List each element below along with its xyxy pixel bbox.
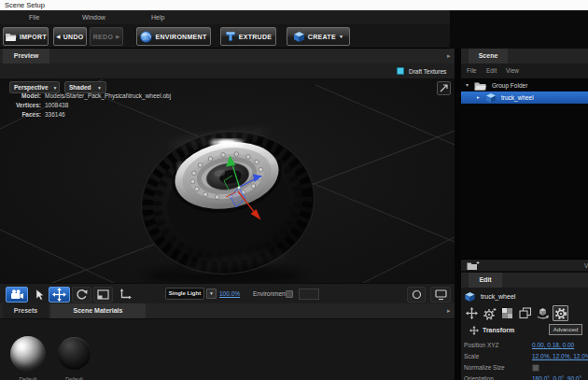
axis-tool-button[interactable] (115, 287, 134, 303)
camera-icon (10, 289, 24, 300)
lasso-view-button[interactable] (407, 287, 426, 303)
camera-mode-value: Perspective (14, 84, 49, 91)
transform-row-scale: Scale 12.0%12.0%12.0% (464, 351, 588, 361)
position-values: 0.000.180.00 (532, 340, 574, 350)
tab-preview[interactable]: Preview (3, 49, 49, 63)
orientation-x[interactable]: 180.0° (532, 375, 553, 380)
create-button[interactable]: CREATE ▼ (287, 27, 350, 46)
environment-checkbox[interactable] (286, 290, 293, 298)
move-tool-button[interactable] (49, 287, 70, 303)
tree-group-label: Group Folder (492, 79, 527, 91)
transform-header: Transform Advanced (461, 324, 588, 336)
transform-move-icon (469, 326, 479, 335)
transform-title: Transform (483, 324, 514, 336)
tab-edit[interactable]: Edit (469, 273, 502, 288)
orientation-y[interactable]: 0.0° (553, 375, 567, 380)
viewport-expand-button[interactable] (437, 81, 451, 95)
edit-physics-tool[interactable] (482, 305, 497, 321)
orientation-values: 180.0°0.0°90.0° (532, 373, 581, 380)
import-button[interactable]: IMPORT (3, 27, 49, 46)
position-x[interactable]: 0.00 (532, 342, 547, 348)
edit-materials-tool[interactable] (499, 305, 515, 321)
expand-arrow-icon (438, 82, 450, 94)
tabbar-overflow-icon[interactable]: ▸ (447, 49, 451, 63)
redo-label: REDO (93, 34, 113, 40)
material-sphere-metal[interactable] (10, 336, 46, 372)
tab-scene-materials[interactable]: Scene Materials (50, 303, 146, 318)
redo-arrow-icon: ▶ (116, 34, 119, 39)
scale-z[interactable]: 12.0% (573, 353, 588, 359)
menu-help[interactable]: Help (151, 10, 164, 24)
scene-tree: ▾ Group Folder ▸ truck_wheel (461, 78, 588, 259)
scale-x[interactable]: 12.0% (532, 353, 553, 359)
position-y[interactable]: 0.18 (547, 342, 562, 348)
tree-expand-icon[interactable]: ▾ (466, 79, 469, 91)
materials-panel: Default Default (0, 319, 455, 380)
toolbar-spacer (450, 10, 588, 49)
light-mode-caret-button[interactable]: ▼ (206, 289, 217, 299)
environment-button[interactable]: ENVIRONMENT (136, 27, 211, 46)
materials-tabbar: Presets Scene Materials ▸ (0, 303, 455, 318)
viewport-3d[interactable]: Perspective ▼ Shaded ▼ Model:Models/Star… (0, 79, 455, 283)
normalize-size-checkbox[interactable] (532, 364, 539, 372)
normalize-size-label: Normalize Size (464, 364, 505, 371)
orientation-z[interactable]: 90.0° (567, 375, 581, 380)
fullscreen-view-button[interactable] (430, 287, 451, 303)
extrude-button[interactable]: EXTRUDE (220, 27, 276, 46)
scale-y[interactable]: 12.0% (553, 353, 573, 359)
undo-button[interactable]: ◀ UNDO (53, 27, 87, 46)
tab-scene[interactable]: Scene (469, 49, 508, 63)
preview-tabbar: Preview ▸ (0, 49, 455, 63)
gear-icon (554, 307, 567, 320)
checkerboard-icon (501, 307, 513, 319)
rotate-tool-button[interactable] (72, 287, 91, 303)
edit-move-tool[interactable] (464, 305, 480, 321)
draft-textures-checkbox[interactable] (397, 67, 404, 75)
redo-button[interactable]: REDO ▶ (90, 27, 123, 46)
new-folder-icon[interactable] (467, 261, 480, 271)
extrude-label: EXTRUDE (239, 34, 273, 40)
position-z[interactable]: 0.00 (563, 342, 575, 348)
environment-label: ENVIRONMENT (155, 34, 206, 40)
scene-menu-file[interactable]: File (467, 63, 476, 78)
rotate-icon (76, 289, 88, 301)
move-icon (466, 307, 478, 319)
light-mode-dropdown[interactable]: Single Light (165, 288, 204, 300)
advanced-button[interactable]: Advanced (549, 324, 582, 335)
folder-icon (474, 81, 486, 91)
light-intensity-value[interactable]: 100.0% (219, 284, 240, 304)
shading-mode-value: Shaded (69, 84, 91, 91)
monitor-icon (435, 289, 447, 301)
environment-field[interactable] (299, 289, 319, 300)
faces-value: 336146 (45, 110, 65, 120)
materials-tabbar-overflow-icon[interactable]: ▸ (447, 303, 451, 318)
material-label-2: Default (58, 376, 91, 380)
faces-label: Faces: (0, 110, 41, 120)
scale-label: Scale (464, 353, 479, 359)
panel-divider[interactable] (455, 49, 461, 380)
axis-icon (119, 289, 132, 301)
scene-tabbar: Scene (461, 49, 588, 63)
frame-tool-button[interactable] (93, 287, 113, 303)
camera-tool-button[interactable] (6, 287, 28, 303)
tree-collapse-icon[interactable]: ▸ (477, 91, 480, 104)
tree-row-group[interactable]: ▾ Group Folder (461, 79, 588, 91)
edit-rotate-object-tool[interactable] (535, 305, 551, 321)
menu-window[interactable]: Window (82, 10, 105, 24)
mesh-cube-icon (485, 92, 497, 104)
tree-row-truck-wheel[interactable]: ▸ truck_wheel (461, 91, 588, 104)
gear-plus-icon (483, 307, 497, 320)
draft-textures-label: Draft Textures (409, 63, 446, 79)
edit-duplicate-tool[interactable] (517, 305, 533, 321)
scene-menu-edit[interactable]: Edit (486, 63, 497, 78)
edit-settings-tool[interactable] (553, 305, 568, 321)
shading-mode-caret-icon: ▼ (97, 85, 102, 91)
tab-presets[interactable]: Presets (3, 303, 49, 318)
import-label: IMPORT (20, 34, 47, 40)
material-sphere-tire[interactable] (58, 337, 91, 370)
scene-menu-view[interactable]: View (506, 63, 519, 78)
select-tool-button[interactable] (30, 287, 48, 303)
undo-arrow-icon: ◀ (57, 34, 61, 39)
vertices-label: Vertices: (0, 101, 41, 110)
menu-file[interactable]: File (29, 10, 39, 24)
